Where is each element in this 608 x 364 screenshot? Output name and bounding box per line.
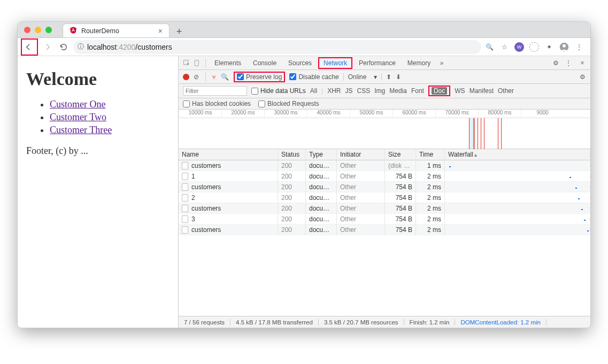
maximize-window[interactable] <box>45 27 52 33</box>
table-row[interactable]: 1 200 docu… Other 754 B 2 ms <box>179 171 590 182</box>
table-row[interactable]: 2 200 docu… Other 754 B 2 ms <box>179 192 590 203</box>
filter-doc[interactable]: Doc <box>432 87 447 95</box>
request-status: 200 <box>278 224 306 235</box>
forward-button[interactable] <box>41 41 54 53</box>
customer-link[interactable]: Customer One <box>50 99 105 110</box>
new-tab-button[interactable]: + <box>173 26 186 37</box>
settings-icon[interactable]: ⚙ <box>552 59 559 67</box>
list-item: Customer One <box>50 99 170 110</box>
timeline[interactable]: 10000 ms20000 ms30000 ms40000 ms50000 ms… <box>179 110 590 149</box>
menu-icon[interactable]: ⋮ <box>574 42 584 52</box>
extensions-icon[interactable]: ✦ <box>544 42 554 52</box>
status-finish: Finish: 1.2 min <box>404 319 456 326</box>
hide-data-urls-checkbox[interactable]: Hide data URLs <box>251 87 306 95</box>
tab-network[interactable]: Network <box>318 57 352 69</box>
request-name: 2 <box>191 194 195 202</box>
device-icon[interactable] <box>193 58 202 68</box>
record-button[interactable] <box>183 74 189 80</box>
tab-console[interactable]: Console <box>248 57 282 69</box>
request-status: 200 <box>278 171 306 182</box>
upload-icon[interactable]: ⬆ <box>386 73 391 81</box>
angular-icon <box>70 26 77 35</box>
filter-ws[interactable]: WS <box>455 87 465 95</box>
timeline-tick: 70000 ms <box>435 110 478 118</box>
request-time: 1 ms <box>416 160 445 171</box>
blocked-row: Has blocked cookies Blocked Requests <box>179 98 590 110</box>
browser-tab[interactable]: RouterDemo × <box>63 24 170 37</box>
page-footer: Footer, (c) by ... <box>26 145 170 157</box>
col-type[interactable]: Type <box>306 149 337 160</box>
profile-icon[interactable] <box>559 42 569 52</box>
document-icon <box>182 215 188 223</box>
filter-manifest[interactable]: Manifest <box>470 87 494 95</box>
preserve-log-checkbox[interactable]: Preserve log <box>237 73 282 81</box>
zoom-icon[interactable]: 🔍 <box>484 42 494 52</box>
site-info-icon[interactable]: ⓘ <box>78 42 84 51</box>
timeline-tick: 50000 ms <box>350 110 392 118</box>
filter-other[interactable]: Other <box>498 87 514 95</box>
col-initiator[interactable]: Initiator <box>337 149 385 160</box>
customer-link[interactable]: Customer Two <box>50 112 106 122</box>
document-icon <box>182 183 188 191</box>
search-icon[interactable]: 🔍 <box>220 72 229 82</box>
customer-link[interactable]: Customer Three <box>50 125 112 135</box>
tab-sources[interactable]: Sources <box>283 57 317 69</box>
blocked-cookies-checkbox[interactable]: Has blocked cookies <box>183 100 251 107</box>
more-tabs-icon[interactable]: » <box>437 58 447 68</box>
filter-media[interactable]: Media <box>389 87 407 95</box>
col-status[interactable]: Status <box>278 149 306 160</box>
col-waterfall[interactable]: Waterfall▲ <box>445 149 590 160</box>
tab-performance[interactable]: Performance <box>353 57 401 69</box>
extension-badge[interactable]: W <box>514 42 524 52</box>
table-row[interactable]: customers 200 docu… Other 754 B 2 ms <box>179 224 590 235</box>
filter-font[interactable]: Font <box>411 87 424 95</box>
request-size: (disk c… <box>385 160 416 171</box>
close-devtools-icon[interactable]: × <box>578 58 587 68</box>
filter-xhr[interactable]: XHR <box>327 87 341 95</box>
address-bar[interactable]: ⓘ localhost:4200/customers <box>73 40 481 54</box>
table-row[interactable]: customers 200 docu… Other 754 B 2 ms <box>179 182 590 192</box>
back-button[interactable] <box>22 41 35 53</box>
col-time[interactable]: Time <box>416 149 445 160</box>
request-size: 754 B <box>385 171 416 182</box>
filter-all[interactable]: All <box>310 87 317 95</box>
network-settings-icon[interactable]: ⚙ <box>579 73 586 81</box>
tab-memory[interactable]: Memory <box>402 57 436 69</box>
filter-css[interactable]: CSS <box>357 87 371 95</box>
filter-row: Hide data URLs All | XHR JS CSS Img Medi… <box>179 84 590 98</box>
throttle-select[interactable]: Online▾ <box>343 73 382 81</box>
clear-button[interactable]: ⊘ <box>194 73 199 81</box>
filter-icon[interactable]: ▿ <box>212 73 216 81</box>
minimize-window[interactable] <box>35 27 41 33</box>
inspect-icon[interactable] <box>182 58 191 68</box>
download-icon[interactable]: ⬇ <box>396 73 401 81</box>
request-initiator: Other <box>337 182 385 192</box>
tab-elements[interactable]: Elements <box>209 57 247 69</box>
dock-menu-icon[interactable]: ⋮ <box>564 58 573 68</box>
back-button-highlight <box>21 38 38 56</box>
filter-img[interactable]: Img <box>374 87 385 95</box>
request-initiator: Other <box>337 160 385 171</box>
table-row[interactable]: customers 200 docu… Other (disk c… 1 ms <box>179 160 590 171</box>
request-waterfall <box>445 185 590 189</box>
blocked-requests-checkbox[interactable]: Blocked Requests <box>258 100 319 107</box>
devtools-tabs: Elements Console Sources Network Perform… <box>179 56 590 70</box>
table-row[interactable]: 3 200 docu… Other 754 B 2 ms <box>179 214 590 224</box>
col-size[interactable]: Size <box>385 149 416 160</box>
close-tab-icon[interactable]: × <box>158 27 163 35</box>
timeline-tick: 80000 ms <box>478 110 521 118</box>
reload-button[interactable] <box>57 41 70 53</box>
filter-js[interactable]: JS <box>345 87 353 95</box>
bookmark-icon[interactable]: ☆ <box>499 42 509 52</box>
extension-icon[interactable] <box>529 42 539 52</box>
tab-title: RouterDemo <box>81 27 119 35</box>
request-initiator: Other <box>337 203 385 214</box>
col-name[interactable]: Name <box>179 149 278 160</box>
sort-icon: ▲ <box>473 152 478 158</box>
disable-cache-checkbox[interactable]: Disable cache <box>289 73 338 81</box>
close-window[interactable] <box>24 27 30 33</box>
filter-input[interactable] <box>183 86 247 96</box>
request-initiator: Other <box>337 224 385 235</box>
table-row[interactable]: customers 200 docu… Other 754 B 2 ms <box>179 203 590 214</box>
request-status: 200 <box>278 182 306 192</box>
